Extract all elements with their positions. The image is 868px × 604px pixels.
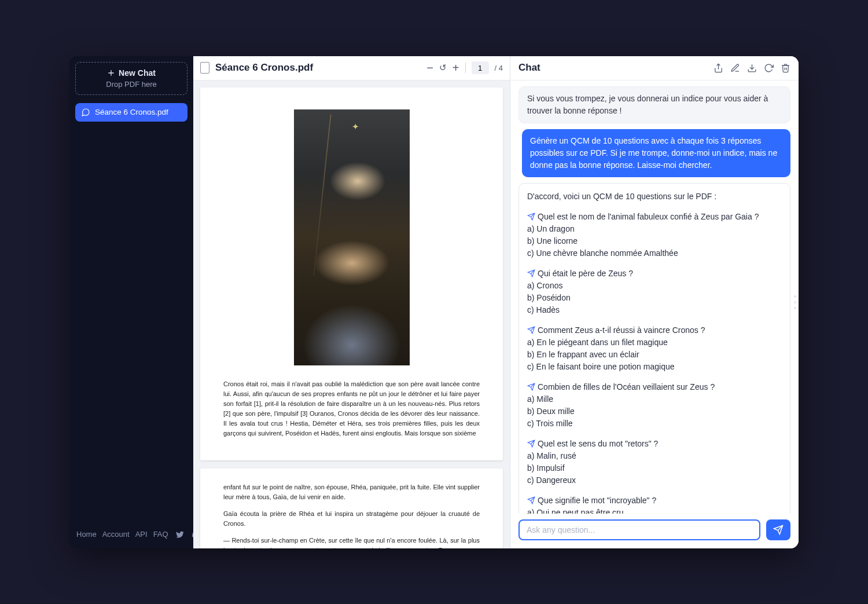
footer-link-home[interactable]: Home bbox=[76, 530, 97, 539]
qcm-question-2: Qui était le père de Zeus ? a) Cronos b)… bbox=[527, 268, 782, 316]
sidebar-item-label: Séance 6 Cronos.pdf bbox=[95, 108, 168, 116]
download-icon[interactable] bbox=[747, 63, 757, 73]
sidebar: New Chat Drop PDF here Séance 6 Cronos.p… bbox=[69, 56, 193, 548]
pdf-page2-p2: Gaïa écouta la prière de Rhéa et lui ins… bbox=[223, 509, 480, 529]
chat-title: Chat bbox=[518, 62, 540, 74]
toolbar-separator bbox=[465, 63, 466, 73]
page-total-label: / 4 bbox=[495, 64, 503, 72]
chat-msg-text: Si vous vous trompez, je vous donnerai u… bbox=[527, 94, 768, 115]
send-outline-icon bbox=[527, 440, 535, 448]
chat-pane: Chat Si vous vous trompez, je vous donne… bbox=[510, 56, 799, 548]
send-outline-icon bbox=[527, 383, 535, 391]
pdf-page1-text: Cronos était roi, mais il n'avait pas ou… bbox=[223, 379, 480, 438]
refresh-icon[interactable] bbox=[764, 63, 774, 73]
pdf-page2-p1: enfant fut sur le point de naître, son é… bbox=[223, 482, 480, 502]
qcm-intro: D'accord, voici un QCM de 10 questions s… bbox=[527, 192, 716, 201]
pdf-title: Séance 6 Cronos.pdf bbox=[215, 62, 313, 74]
pdf-header: Séance 6 Cronos.pdf − ↺ + / 4 bbox=[193, 56, 510, 80]
chat-header: Chat bbox=[510, 56, 799, 80]
zoom-in-button[interactable]: + bbox=[453, 62, 459, 74]
footer-link-account[interactable]: Account bbox=[102, 530, 130, 539]
footer-link-faq[interactable]: FAQ bbox=[153, 530, 168, 539]
chat-msg-text: Génère un QCM de 10 questions avec à cha… bbox=[530, 136, 777, 170]
new-chat-dropzone[interactable]: New Chat Drop PDF here bbox=[75, 62, 187, 95]
chat-scroll-area[interactable]: Si vous vous trompez, je vous donnerai u… bbox=[510, 80, 799, 514]
pdf-page2-p3: — Rends-toi sur-le-champ en Crète, sur c… bbox=[223, 536, 480, 548]
new-chat-label: New Chat bbox=[119, 68, 156, 78]
page-number-input[interactable] bbox=[472, 61, 489, 74]
send-outline-icon bbox=[527, 496, 535, 504]
chat-toolbar bbox=[713, 63, 790, 73]
pdf-scroll-area[interactable]: Cronos était roi, mais il n'avait pas ou… bbox=[193, 80, 510, 548]
chat-msg-assistant-qcm: D'accord, voici un QCM de 10 questions s… bbox=[518, 183, 790, 514]
send-outline-icon bbox=[527, 213, 535, 221]
chat-input[interactable] bbox=[518, 519, 760, 540]
edit-icon[interactable] bbox=[730, 63, 740, 73]
chat-input-row bbox=[510, 514, 799, 548]
trash-icon[interactable] bbox=[781, 63, 790, 73]
pdf-page-1: Cronos était roi, mais il n'avait pas ou… bbox=[200, 87, 503, 460]
chat-bubble-icon bbox=[81, 108, 90, 117]
sidebar-item-active-chat[interactable]: Séance 6 Cronos.pdf bbox=[75, 103, 187, 122]
document-icon bbox=[200, 62, 209, 74]
qcm-question-4: Combien de filles de l'Océan veillaient … bbox=[527, 381, 782, 430]
pdf-page-2: enfant fut sur le point de naître, son é… bbox=[200, 468, 503, 548]
window-resize-handle[interactable] bbox=[794, 294, 796, 311]
pdf-pane: Séance 6 Cronos.pdf − ↺ + / 4 Cronos éta… bbox=[193, 56, 510, 548]
qcm-question-3: Comment Zeus a-t-il réussi à vaincre Cro… bbox=[527, 324, 782, 373]
qcm-question-1: Quel est le nom de l'animal fabuleux con… bbox=[527, 211, 782, 259]
app-window: New Chat Drop PDF here Séance 6 Cronos.p… bbox=[69, 56, 799, 548]
plus-icon bbox=[107, 69, 115, 77]
send-button[interactable] bbox=[766, 519, 790, 540]
sidebar-footer: Home Account API FAQ bbox=[75, 526, 187, 543]
zoom-reset-button[interactable]: ↺ bbox=[439, 63, 447, 73]
footer-link-api[interactable]: API bbox=[135, 530, 148, 539]
main-area: Séance 6 Cronos.pdf − ↺ + / 4 Cronos éta… bbox=[193, 56, 799, 548]
chat-msg-user: Génère un QCM de 10 questions avec à cha… bbox=[522, 129, 790, 177]
qcm-question-6: Que signifie le mot "incroyable" ? a) Qu… bbox=[527, 495, 782, 514]
pdf-toolbar: − ↺ + / 4 bbox=[426, 61, 503, 74]
zoom-out-button[interactable]: − bbox=[426, 62, 433, 74]
chat-msg-assistant-previous: Si vous vous trompez, je vous donnerai u… bbox=[518, 86, 790, 123]
twitter-icon[interactable] bbox=[175, 530, 185, 539]
share-icon[interactable] bbox=[713, 63, 723, 73]
send-icon bbox=[773, 525, 784, 535]
send-outline-icon bbox=[527, 326, 535, 334]
drop-pdf-hint: Drop PDF here bbox=[82, 80, 181, 89]
pdf-painting-image bbox=[294, 109, 410, 365]
qcm-question-5: Quel est le sens du mot "retors" ? a) Ma… bbox=[527, 438, 782, 486]
send-outline-icon bbox=[527, 269, 535, 277]
